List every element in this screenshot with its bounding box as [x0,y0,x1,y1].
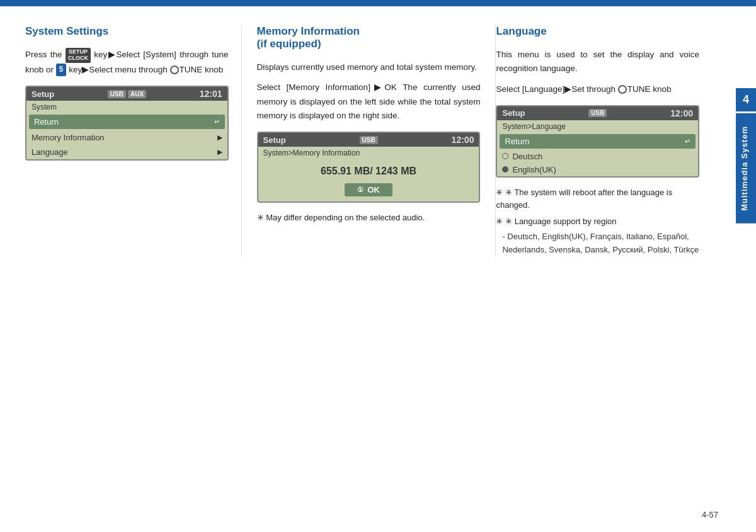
side-tab-label: Multimedia System [736,113,756,224]
screen1-item-return: Return ↵ [29,115,225,129]
language-para2-text: Select [Language]▶Set through [496,84,617,94]
screen1-header: Setup USB AUX 12:01 [26,87,227,101]
setup-clock-key: SETUP CLOCK [66,48,91,63]
system-settings-column: System Settings Press the SETUP CLOCK ke… [25,25,241,257]
system-settings-title: System Settings [25,25,229,38]
language-list: - Deutsch, English(UK), Français, Italia… [496,230,699,257]
screen1-time: 12:01 [200,89,222,99]
top-bar [0,0,756,5]
tab-number: 4 [736,88,756,111]
note2-text: ✳ Language support by region [505,217,617,226]
screen3-badges: USB [588,109,607,117]
screen3-item-english: English(UK) [497,163,698,176]
tune-circle-icon [170,65,179,74]
screen1-language-label: Language [32,147,68,157]
memory-info-title-text: Memory Information [257,25,360,37]
screen1-return-label: Return [34,117,59,127]
english-label: English(UK) [512,165,556,174]
screen1-language-arrow: ▶ [217,148,222,156]
language-tune-text: TUNE knob [627,84,672,94]
english-radio [502,166,508,173]
language-title: Language [496,25,699,38]
screen3-usb-badge: USB [588,109,607,117]
screen3-item-return: Return ↵ [500,134,696,149]
screen1-item-language: Language ▶ [26,145,227,159]
screen1-aux-badge: AUX [128,90,146,98]
screen2-memory-value: 655.91 MB/ 1243 MB [258,159,479,181]
screen1-header-label: Setup [32,89,54,99]
screen2-usb-badge: USB [360,136,378,144]
note1-asterisk: ✳ [496,188,505,197]
screen1-memory-arrow: ▶ [217,133,222,142]
screen2-time: 12:00 [452,135,474,145]
screen1-item-memory: Memory Information ▶ [26,130,227,145]
screen3-header-label: Setup [502,108,525,118]
screen2-header-label: Setup [263,135,286,145]
deutsch-label: Deutsch [512,152,542,161]
memory-info-title: Memory Information (if equipped) [257,25,481,50]
memory-info-body: Displays currently used memory and total… [257,60,481,123]
screen3-time: 12:00 [670,108,693,118]
key-select-menu-label: key▶Select menu through TUNE knob [69,65,223,74]
screen1: Setup USB AUX 12:01 System Return ↵ Memo… [25,86,229,161]
screen3-header: Setup USB 12:00 [497,106,698,120]
deutsch-radio [502,153,508,159]
language-note2: ✳ ✳ Language support by region [496,215,699,228]
language-para1: This menu is used to set the display and… [496,48,699,76]
screen3-menu: Return ↵ Deutsch English(UK) [497,134,698,176]
screen2-breadcrumb: System>Memory Information [258,147,479,159]
screen3-item-deutsch: Deutsch [497,150,698,163]
system-settings-body: Press the SETUP CLOCK key▶Select [System… [25,48,229,77]
screen1-memory-label: Memory Information [32,133,105,142]
memory-info-column: Memory Information (if equipped) Display… [241,25,496,257]
memory-note: ✳ May differ depending on the selected a… [257,212,481,224]
screen1-usb-badge: USB [108,90,126,98]
screen2-header: Setup USB 12:00 [258,133,479,147]
language-note1: ✳ ✳ The system will reboot after the lan… [496,186,699,212]
note2-asterisk: ✳ [496,217,505,226]
screen2-ok-label: OK [367,185,380,195]
language-column: Language This menu is used to set the di… [496,25,731,257]
screen2-badges: USB [360,136,378,144]
screen1-badges: USB AUX [108,90,146,98]
main-content: System Settings Press the SETUP CLOCK ke… [0,6,756,276]
screen3-breadcrumb: System>Language [497,120,698,133]
num5-key: 5 [56,64,67,76]
language-para2: Select [Language]▶Set through TUNE knob [496,82,699,96]
check-icon: ① [357,186,364,194]
screen2: Setup USB 12:00 System>Memory Informatio… [257,132,481,203]
memory-info-subtitle: (if equipped) [257,38,321,50]
memory-info-para2: Select [Memory Information]▶OK The curre… [257,81,481,123]
screen2-ok-btn-area: ① OK [258,181,479,201]
tune-circle-icon2 [618,85,627,94]
screen3-return-arrow: ↵ [685,137,690,145]
press-the-label: Press the [25,50,66,59]
screen1-menu: Return ↵ Memory Information ▶ Language ▶ [26,115,227,159]
system-settings-para1: Press the SETUP CLOCK key▶Select [System… [25,48,229,77]
screen1-breadcrumb: System [26,101,227,113]
screen3: Setup USB 12:00 System>Language Return ↵… [496,105,699,178]
memory-info-para1: Displays currently used memory and total… [257,60,481,74]
screen2-ok-inner: ① OK [345,183,392,196]
note1-text: ✳ The system will reboot after the langu… [496,188,672,210]
screen1-return-arrow: ↵ [214,118,220,126]
page-number: 4-57 [702,510,718,519]
language-body: This menu is used to set the display and… [496,48,699,96]
screen3-return-label: Return [505,137,529,146]
